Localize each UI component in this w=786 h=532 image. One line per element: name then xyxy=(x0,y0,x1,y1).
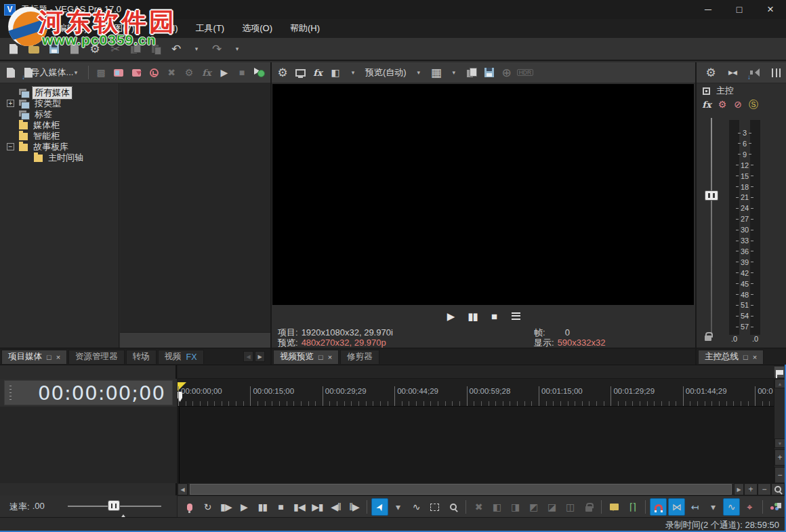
save-snapshot-button[interactable] xyxy=(481,64,497,81)
insert-marker-button[interactable] xyxy=(606,498,623,516)
close-tab-icon[interactable]: × xyxy=(56,353,60,361)
render-as-button[interactable] xyxy=(66,41,83,57)
media-list-area[interactable] xyxy=(120,83,270,348)
tree-item-storyboards[interactable]: −故事板库 xyxy=(0,142,119,152)
tree-item-media-bins[interactable]: 媒体柜 xyxy=(0,120,119,131)
undo-button[interactable]: ↶ xyxy=(168,41,184,57)
undo-dropdown[interactable]: ▾ xyxy=(188,41,205,57)
import-media-dropdown[interactable]: ▾ xyxy=(68,64,84,81)
marker-tool-button[interactable] xyxy=(774,366,785,378)
external-monitor-button[interactable] xyxy=(292,64,308,81)
close-tab-icon[interactable]: × xyxy=(328,353,332,361)
float-window-icon[interactable]: □ xyxy=(47,353,51,361)
next-frame-button[interactable]: ‖▶ xyxy=(346,498,363,516)
tab-scroll-right-button[interactable]: ▶ xyxy=(255,351,265,362)
track-list-empty[interactable] xyxy=(0,407,177,483)
vertical-scrollbar[interactable]: ▲ ▼ + − xyxy=(774,379,785,483)
auto-crossfade-button[interactable]: ⋈ xyxy=(668,498,685,516)
tab-scroll-left-button[interactable]: ◀ xyxy=(243,351,253,362)
rate-slider-handle[interactable] xyxy=(108,500,120,511)
enable-snapping-button[interactable] xyxy=(650,498,667,516)
get-media-from-web-button[interactable] xyxy=(146,64,162,81)
tree-item-tags[interactable]: 标签 xyxy=(0,109,119,120)
envelope-edit-tool-button[interactable]: ∿ xyxy=(408,498,425,516)
selection-edit-tool-button[interactable] xyxy=(426,498,443,516)
horizontal-scrollbar[interactable]: ◀ ▶ + − xyxy=(178,483,785,495)
float-window-icon[interactable]: □ xyxy=(318,353,323,361)
loop-playback-button[interactable]: ↻ xyxy=(199,498,216,516)
dim-output-button[interactable]: ↓ xyxy=(746,64,762,81)
import-media-label-button[interactable]: 导入媒体... xyxy=(38,64,66,81)
tab-transitions[interactable]: 转场 xyxy=(126,350,157,364)
play-from-start-button[interactable]: ▮▶ xyxy=(218,498,234,516)
start-preview-button[interactable]: ▶ xyxy=(216,64,232,81)
volume-fader-track[interactable] xyxy=(711,118,712,333)
time-ruler[interactable]: 00:00:00;0000:00:15;0000:00:29;2900:00:4… xyxy=(178,379,774,407)
stop-button[interactable]: ■ xyxy=(487,308,503,324)
zoom-tool-button[interactable] xyxy=(771,483,785,495)
menu-item-tools[interactable]: 工具(T) xyxy=(187,19,234,38)
tree-item-all-media[interactable]: 所有媒体 xyxy=(0,87,119,98)
auto-ripple-dropdown[interactable]: ▾ xyxy=(705,498,722,516)
video-preferences-button[interactable]: ⚙ xyxy=(274,64,291,81)
auto-ripple-button[interactable]: ↤ xyxy=(686,498,703,516)
minimize-button[interactable]: ─ xyxy=(692,0,724,19)
insert-region-button[interactable]: ⌈⌉ xyxy=(624,498,641,516)
track-view[interactable] xyxy=(178,407,774,483)
normal-edit-tool-button[interactable]: ➤ xyxy=(371,498,388,516)
mute-button[interactable]: ⊘ xyxy=(732,98,744,110)
tab-master-bus[interactable]: 主控总线□× xyxy=(698,350,764,364)
menu-item-help[interactable]: 帮助(H) xyxy=(281,19,329,38)
volume-fader-handle[interactable] xyxy=(705,190,718,201)
redo-button[interactable]: ↷ xyxy=(209,41,225,57)
bus-fx-button[interactable]: fx xyxy=(701,98,713,110)
scroll-up-button[interactable]: ▲ xyxy=(774,379,785,388)
zoom-edit-tool-button[interactable] xyxy=(444,498,461,516)
hscroll-thumb[interactable] xyxy=(190,484,732,495)
capture-video-button[interactable] xyxy=(110,64,127,81)
automation-settings-button[interactable]: ⚙ xyxy=(716,98,728,110)
hscroll-track[interactable] xyxy=(188,483,734,495)
mixer-views-button[interactable] xyxy=(768,64,784,81)
menu-item-file[interactable]: 文件(F) xyxy=(3,19,49,38)
copy-snapshot-button[interactable] xyxy=(463,64,480,81)
split-screen-view-button[interactable]: ◧ xyxy=(327,64,344,81)
menu-item-options[interactable]: 选项(O) xyxy=(233,19,281,38)
float-window-icon[interactable]: □ xyxy=(743,353,748,361)
new-project-button[interactable] xyxy=(5,41,22,57)
mixer-button[interactable] xyxy=(767,498,784,516)
grid-overlay-button[interactable]: ▦ xyxy=(428,64,444,81)
current-timecode-display[interactable]: 00:00:00;00 xyxy=(4,380,173,405)
redo-dropdown[interactable]: ▾ xyxy=(229,41,245,57)
pause-button[interactable]: ▮▮ xyxy=(465,308,481,324)
preview-quality-button[interactable]: 预览(自动) xyxy=(363,64,409,81)
zoom-out-time-button[interactable]: − xyxy=(758,483,771,495)
lock-envelopes-button[interactable]: ∿ xyxy=(723,498,740,516)
solo-button[interactable]: Ⓢ xyxy=(747,98,760,110)
tree-item-smart-bins[interactable]: 智能柜 xyxy=(0,131,119,142)
menu-item-view[interactable]: 视图(V) xyxy=(96,19,143,38)
zoom-out-track-height-button[interactable]: − xyxy=(774,467,785,483)
tab-video-preview[interactable]: 视频预览□× xyxy=(273,350,339,364)
project-properties-button[interactable]: ⚙ xyxy=(87,41,103,57)
new-bin-button[interactable] xyxy=(3,64,19,81)
save-project-button[interactable] xyxy=(46,41,62,57)
playback-options-button[interactable] xyxy=(508,308,524,324)
downmix-output-button[interactable]: ▶◀ xyxy=(724,64,741,81)
split-screen-dropdown[interactable]: ▾ xyxy=(345,64,361,81)
tab-explorer[interactable]: 资源管理器 xyxy=(68,350,125,364)
menu-item-edit[interactable]: 编辑(E) xyxy=(49,19,96,38)
tab-project-media[interactable]: 项目媒体□× xyxy=(1,350,67,364)
play-button[interactable]: ▶ xyxy=(443,308,459,324)
tree-expander-icon[interactable]: − xyxy=(7,143,14,150)
tree-item-main-timeline[interactable]: 主时间轴 xyxy=(0,152,119,163)
fader-lock-icon[interactable] xyxy=(705,335,711,341)
get-from-device-button[interactable] xyxy=(128,64,144,81)
tree-item-by-type[interactable]: +按类型 xyxy=(0,98,119,109)
pause-button[interactable]: ▮▮ xyxy=(254,498,271,516)
tab-video-fx[interactable]: 视频FX xyxy=(158,350,204,364)
previous-frame-button[interactable]: ◀‖ xyxy=(327,498,344,516)
open-project-button[interactable] xyxy=(26,41,42,57)
maximize-button[interactable]: □ xyxy=(724,0,755,19)
close-tab-icon[interactable]: × xyxy=(753,353,757,361)
